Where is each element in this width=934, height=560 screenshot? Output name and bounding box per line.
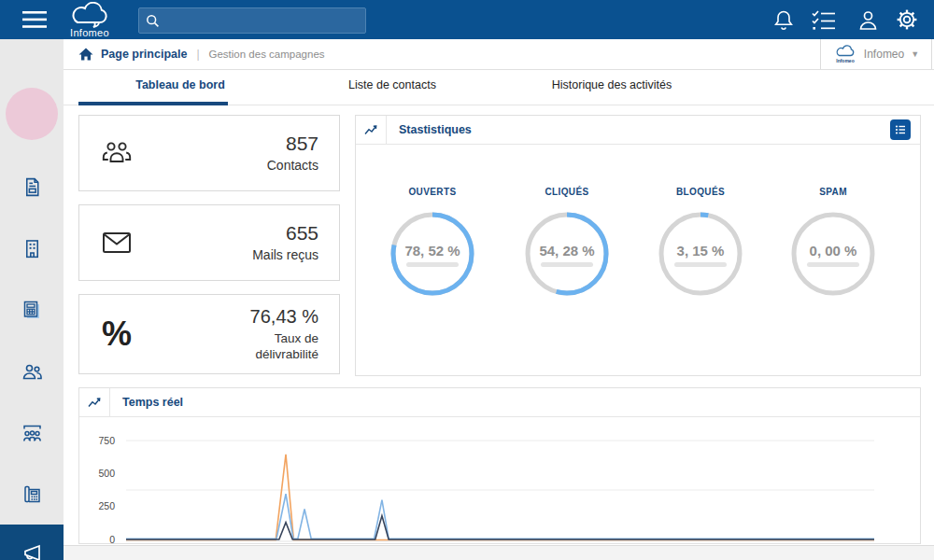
page-bottom-strip: [64, 545, 934, 560]
sidebar-item-calculator[interactable]: [13, 291, 50, 329]
mail-icon: [79, 231, 154, 255]
gauge-spam-value: 0, 00 %: [788, 243, 878, 259]
sidebar-item-groups[interactable]: [13, 414, 50, 452]
sidebar: [0, 39, 64, 560]
svg-text:Infomeo: Infomeo: [836, 58, 854, 63]
tasks-button[interactable]: [807, 7, 841, 34]
gauge-spam-bar: [807, 262, 859, 267]
breadcrumb-separator: |: [196, 48, 199, 61]
deliverability-label-line1: Taux de: [154, 330, 318, 346]
megaphone-icon: [17, 540, 47, 560]
gauge-spam-label: SPAM: [767, 187, 899, 197]
gauge-bloques-label: BLOQUÉS: [634, 187, 767, 197]
sidebar-item-company[interactable]: [13, 230, 50, 267]
document-icon: [21, 175, 44, 199]
avatar[interactable]: [6, 88, 58, 140]
gauge-cliques: CLIQUÉS 54, 28 %: [501, 187, 633, 299]
cloud-logo-icon: [64, 2, 116, 28]
user-account-button[interactable]: [854, 7, 882, 34]
svg-text:750: 750: [98, 435, 115, 446]
chart-series-series-blue: [126, 494, 874, 539]
deliverability-label-line2: délivrabilité: [154, 346, 318, 362]
chart-line-icon: [356, 116, 387, 144]
stat-card-mails: 655 Mails reçus: [78, 204, 340, 281]
gauge-ouverts-label: OUVERTS: [366, 187, 499, 197]
group-icon: [20, 421, 45, 446]
tab-tableau-de-bord[interactable]: Tableau de bord: [135, 78, 225, 91]
search-input[interactable]: [166, 13, 357, 28]
mails-count: 655: [154, 222, 318, 245]
chevron-down-icon: ▼: [911, 49, 919, 59]
percent-icon: %: [79, 315, 154, 354]
realtime-panel-header: Temps réel: [79, 388, 920, 417]
top-navbar: Infomeo: [0, 0, 934, 39]
realtime-panel-title: Temps réel: [122, 396, 183, 409]
gauge-cliques-label: CLIQUÉS: [501, 187, 633, 197]
search-icon: [146, 14, 160, 28]
list-icon: [894, 123, 907, 136]
users-icon: [20, 359, 45, 385]
tab-historique-des-activites[interactable]: Historique des activités: [552, 78, 672, 91]
sidebar-item-fax[interactable]: [13, 475, 50, 512]
fax-icon: [20, 482, 45, 507]
app-window: Infomeo: [0, 0, 934, 560]
tab-liste-de-contacts[interactable]: Liste de contacts: [348, 78, 436, 91]
bell-icon: [772, 8, 795, 33]
breadcrumb-home-link[interactable]: Page principale: [101, 48, 187, 61]
stat-card-contacts: 857 Contacts: [78, 115, 340, 191]
statistics-panel-header: Stastistiques: [356, 116, 920, 145]
deliverability-value: 76,43 %: [154, 306, 318, 328]
statistics-list-button[interactable]: [890, 119, 911, 140]
logo-text: Infomeo: [64, 28, 116, 37]
hamburger-icon: [21, 9, 48, 30]
account-dropdown[interactable]: Infomeo Infomeo ▼: [820, 39, 932, 69]
calculator-icon: [20, 298, 45, 323]
gauge-ouverts-bar: [406, 262, 459, 267]
notifications-button[interactable]: [770, 7, 798, 34]
building-icon: [21, 237, 44, 260]
svg-text:0: 0: [109, 534, 115, 545]
infomeo-logo[interactable]: Infomeo: [64, 2, 116, 39]
statistics-panel: Stastistiques OUVERTS 78, 52 %: [355, 115, 921, 376]
sidebar-item-documents[interactable]: [13, 168, 50, 205]
active-tab-underline: [78, 102, 228, 105]
sidebar-item-contacts[interactable]: [13, 353, 50, 390]
home-icon[interactable]: [78, 48, 93, 61]
gauge-cliques-bar: [541, 262, 593, 267]
breadcrumb-section: Gestion des campagnes: [209, 49, 325, 60]
gauge-ouverts: OUVERTS 78, 52 %: [366, 187, 499, 299]
stat-card-deliverability: % 76,43 % Taux de délivrabilité: [78, 294, 340, 374]
gauge-bloques-value: 3, 15 %: [656, 243, 745, 259]
account-name: Infomeo: [864, 48, 904, 61]
mails-label: Mails reçus: [154, 247, 318, 263]
realtime-panel: Temps réel 0250500750: [78, 387, 921, 544]
chart-series-series-orange: [126, 455, 874, 540]
user-icon: [856, 8, 880, 33]
chart-series-series-dark: [126, 516, 874, 539]
gear-icon: [895, 7, 919, 32]
breadcrumb: Page principale | Gestion des campagnes …: [64, 39, 934, 70]
search-bar: [138, 7, 366, 34]
contacts-count: 857: [154, 133, 318, 155]
svg-text:250: 250: [98, 500, 115, 511]
gauge-bloques: BLOQUÉS 3, 15 %: [634, 187, 767, 299]
mini-cloud-logo-icon: Infomeo: [833, 44, 857, 64]
statistics-panel-title: Stastistiques: [399, 123, 472, 136]
sidebar-item-campaigns-active[interactable]: [0, 525, 64, 560]
gauge-cliques-value: 54, 28 %: [522, 243, 612, 259]
checklist-icon: [810, 8, 838, 33]
contacts-label: Contacts: [154, 158, 318, 174]
realtime-chart: 0250500750: [79, 417, 920, 544]
hamburger-menu-button[interactable]: [21, 8, 49, 31]
settings-button[interactable]: [893, 7, 921, 33]
contacts-icon: [79, 139, 154, 167]
gauge-spam: SPAM 0, 00 %: [767, 187, 899, 299]
gauge-ouverts-value: 78, 52 %: [388, 243, 477, 259]
chart-line-icon: [79, 388, 110, 416]
svg-text:500: 500: [98, 468, 115, 479]
gauge-bloques-bar: [674, 262, 727, 267]
